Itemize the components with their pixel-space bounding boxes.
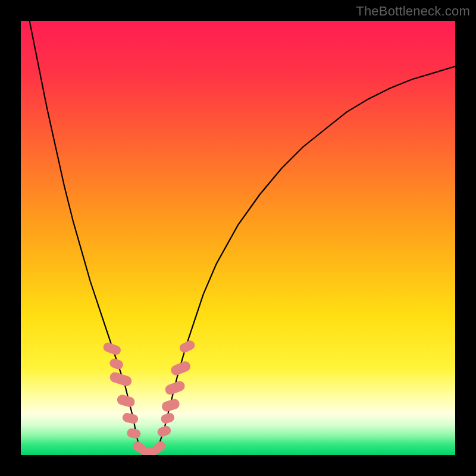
right-curve xyxy=(151,67,455,453)
left-curve xyxy=(30,21,151,453)
curve-marker xyxy=(161,398,180,412)
curve-layer xyxy=(21,21,455,455)
curve-marker xyxy=(160,412,175,425)
curve-marker xyxy=(116,394,135,408)
curve-marker xyxy=(122,412,139,424)
curve-marker xyxy=(156,425,172,437)
chart-frame: TheBottleneck.com xyxy=(0,0,476,476)
curve-marker xyxy=(178,339,196,353)
curve-marker xyxy=(127,428,141,439)
curve-marker xyxy=(102,342,121,356)
curve-marker xyxy=(164,380,186,396)
curve-marker xyxy=(109,358,124,370)
marker-group xyxy=(102,339,196,455)
plot-area xyxy=(21,21,455,455)
attribution-label: TheBottleneck.com xyxy=(356,4,470,19)
